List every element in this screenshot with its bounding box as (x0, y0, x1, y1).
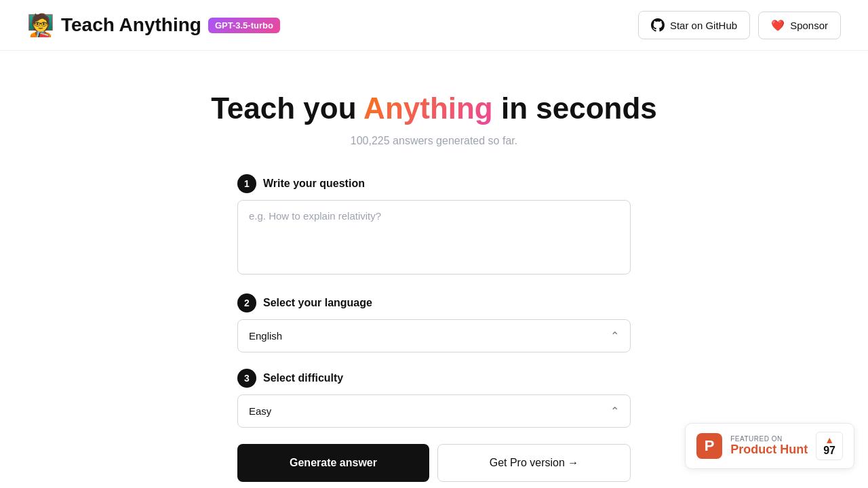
headline: Teach you Anything in seconds (211, 92, 657, 125)
ph-text: FEATURED ON Product Hunt (730, 435, 808, 457)
difficulty-select[interactable]: Easy ⌃ (237, 394, 631, 428)
ph-featured-label: FEATURED ON (730, 435, 808, 443)
github-button-label: Star on GitHub (670, 20, 737, 31)
sponsor-button-label: Sponsor (790, 20, 828, 31)
ph-votes: ▲ 97 (816, 432, 843, 460)
stats-subtext: 100,225 answers generated so far. (351, 135, 517, 147)
heart-icon: ❤️ (771, 19, 785, 32)
form-container: 1 Write your question 2 Select your lang… (237, 174, 631, 482)
github-icon (651, 18, 665, 32)
product-hunt-badge[interactable]: P FEATURED ON Product Hunt ▲ 97 (685, 423, 854, 469)
difficulty-select-wrapper: Easy ⌃ (237, 394, 631, 428)
ph-arrow-icon: ▲ (825, 435, 834, 445)
header-right: Star on GitHub ❤️ Sponsor (638, 11, 841, 39)
sponsor-button[interactable]: ❤️ Sponsor (758, 12, 841, 39)
ph-logo: P (696, 433, 722, 459)
language-value: English (249, 330, 282, 342)
app-title: Teach Anything (61, 14, 201, 36)
language-select-wrapper: English ⌃ (237, 319, 631, 352)
step3-label-row: 3 Select difficulty (237, 369, 631, 388)
step1-text: Write your question (263, 178, 365, 190)
headline-end: in seconds (493, 92, 657, 125)
ph-vote-count: 97 (823, 445, 835, 457)
headline-highlight: Anything (363, 92, 493, 125)
header: 🧑‍🏫 Teach Anything GPT-3.5-turbo Star on… (0, 0, 868, 51)
step2-label-row: 2 Select your language (237, 293, 631, 312)
chevron-up-icon: ⌃ (610, 329, 619, 342)
question-input[interactable] (237, 200, 631, 274)
pro-button[interactable]: Get Pro version → (437, 444, 631, 482)
logo-emoji: 🧑‍🏫 (27, 12, 54, 38)
generate-button[interactable]: Generate answer (237, 444, 429, 482)
step1-number: 1 (237, 174, 256, 193)
chevron-up-icon-2: ⌃ (610, 405, 619, 418)
main-content: Teach you Anything in seconds 100,225 an… (0, 51, 868, 482)
language-select[interactable]: English ⌃ (237, 319, 631, 352)
step3-text: Select difficulty (263, 372, 343, 384)
header-left: 🧑‍🏫 Teach Anything GPT-3.5-turbo (27, 12, 280, 38)
step1-label-row: 1 Write your question (237, 174, 631, 193)
buttons-row: Generate answer Get Pro version → (237, 444, 631, 482)
gpt-badge: GPT-3.5-turbo (208, 18, 280, 33)
step2-text: Select your language (263, 297, 372, 309)
github-button[interactable]: Star on GitHub (638, 11, 750, 39)
headline-start: Teach you (211, 92, 363, 125)
difficulty-value: Easy (249, 405, 271, 417)
step2-number: 2 (237, 293, 256, 312)
step3-number: 3 (237, 369, 256, 388)
ph-name: Product Hunt (730, 443, 808, 457)
